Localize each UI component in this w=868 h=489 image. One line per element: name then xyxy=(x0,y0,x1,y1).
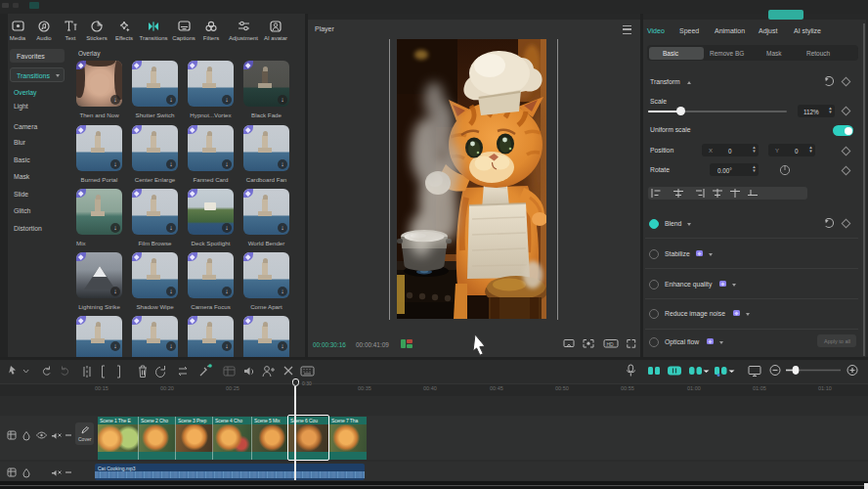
svg-text:HD: HD xyxy=(607,341,615,347)
